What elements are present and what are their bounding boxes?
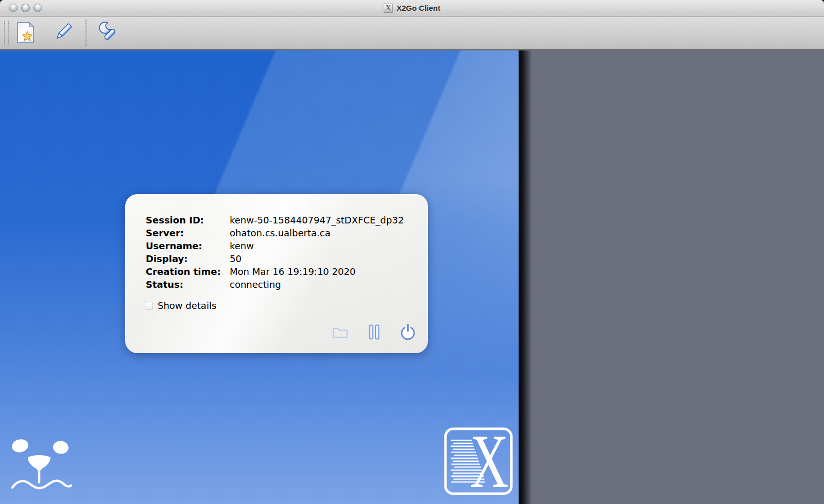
terminate-session-button[interactable] bbox=[400, 324, 416, 342]
new-session-document-icon bbox=[16, 22, 35, 45]
field-server: Server: ohaton.cs.ualberta.ca bbox=[146, 227, 428, 239]
app-icon: X bbox=[384, 4, 393, 13]
suspend-session-button[interactable] bbox=[369, 324, 380, 341]
title-group: X X2Go Client bbox=[384, 4, 440, 13]
session-status-value: connecting bbox=[230, 278, 281, 291]
window-title: X2Go Client bbox=[397, 4, 440, 12]
show-details-checkbox[interactable] bbox=[145, 302, 153, 310]
x2go-logo: X bbox=[444, 427, 513, 495]
share-folder-button[interactable] bbox=[332, 326, 348, 340]
show-details-row: Show details bbox=[145, 300, 428, 311]
field-display: Display: 50 bbox=[146, 252, 428, 265]
session-card-actions bbox=[332, 324, 416, 342]
logo-letter: X bbox=[470, 427, 508, 495]
field-session-id: Session ID: kenw-50-1584407947_stDXFCE_d… bbox=[146, 214, 428, 227]
minimize-button[interactable] bbox=[21, 4, 30, 12]
toolbar-drag-handle[interactable] bbox=[4, 21, 9, 45]
field-username: Username: kenw bbox=[146, 239, 428, 252]
edit-session-pencil-icon bbox=[52, 22, 74, 45]
session-fields: Session ID: kenw-50-1584407947_stDXFCE_d… bbox=[125, 194, 428, 291]
settings-wrench-icon bbox=[96, 22, 118, 45]
close-button[interactable] bbox=[9, 4, 18, 12]
toolbar bbox=[0, 16, 824, 50]
zoom-button[interactable] bbox=[33, 4, 42, 12]
traffic-lights bbox=[9, 4, 42, 12]
new-session-button[interactable] bbox=[14, 19, 37, 47]
field-creation-time: Creation time: Mon Mar 16 19:19:10 2020 bbox=[146, 265, 428, 278]
mascot-face-graphic bbox=[8, 432, 76, 495]
field-status: Status: connecting bbox=[146, 278, 428, 291]
show-details-label: Show details bbox=[158, 300, 216, 311]
power-icon bbox=[400, 324, 416, 342]
session-background: X Session ID: kenw-50-1584407947_stDXFCE… bbox=[0, 50, 519, 504]
toolbar-separator bbox=[85, 20, 87, 46]
x2go-client-window: X X2Go Client bbox=[0, 0, 824, 504]
session-edit-button[interactable] bbox=[52, 19, 74, 47]
folder-icon bbox=[332, 326, 348, 340]
title-bar: X X2Go Client bbox=[0, 0, 824, 16]
pause-icon bbox=[369, 324, 380, 341]
settings-button[interactable] bbox=[96, 19, 118, 47]
session-card: Session ID: kenw-50-1584407947_stDXFCE_d… bbox=[125, 194, 428, 353]
right-panel bbox=[519, 50, 824, 504]
